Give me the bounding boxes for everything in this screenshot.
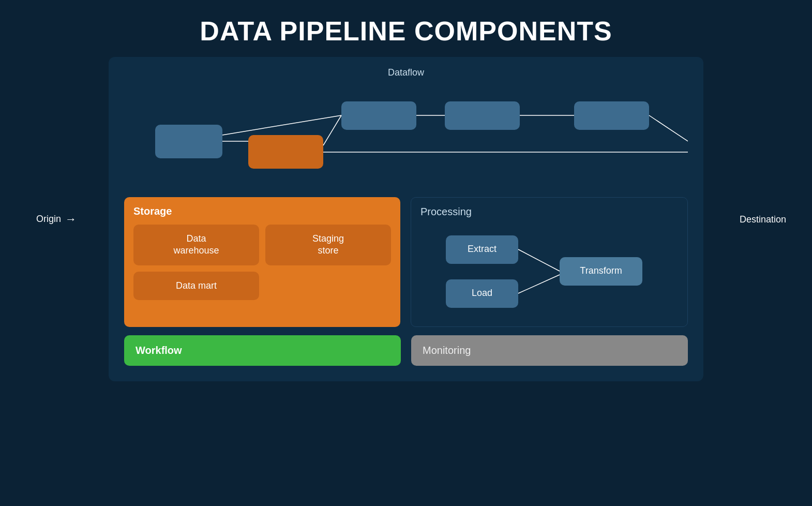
workflow-title: Workflow [136,345,182,356]
page-title: DATA PIPELINE COMPONENTS [200,16,612,47]
svg-text:Extract: Extract [468,244,497,254]
bottom-panels-row: Storage Datawarehouse Stagingstore Data … [124,197,688,327]
svg-rect-2 [341,101,416,130]
svg-line-20 [518,275,560,293]
storage-item-staging: Stagingstore [265,225,391,265]
svg-text:Transform: Transform [580,265,622,276]
svg-line-19 [518,249,560,271]
dataflow-area [124,83,688,187]
monitoring-panel: Monitoring [411,335,688,366]
processing-panel: Processing Extract Load Transform [411,197,688,327]
storage-grid: Datawarehouse Stagingstore Data mart [133,225,391,300]
storage-item-warehouse: Datawarehouse [133,225,259,265]
storage-item-datamart: Data mart [133,272,259,300]
monitoring-title: Monitoring [423,345,471,356]
svg-rect-1 [248,135,323,169]
dataflow-label: Dataflow [124,67,688,78]
storage-panel: Storage Datawarehouse Stagingstore Data … [124,197,400,327]
svg-rect-0 [155,125,222,158]
workflow-panel: Workflow [124,335,401,366]
svg-rect-3 [445,101,520,130]
origin-label: Origin → [36,213,77,226]
main-container: Dataflow [109,57,703,381]
processing-inner: Extract Load Transform [420,225,678,318]
svg-rect-4 [574,101,649,130]
storage-title: Storage [133,205,391,217]
lower-panels-row: Workflow Monitoring [124,335,688,366]
processing-title: Processing [420,206,678,218]
svg-line-7 [323,115,341,145]
svg-line-10 [649,115,688,141]
svg-line-6 [222,115,341,135]
destination-label: Destination [740,214,786,225]
svg-text:Load: Load [472,288,492,298]
